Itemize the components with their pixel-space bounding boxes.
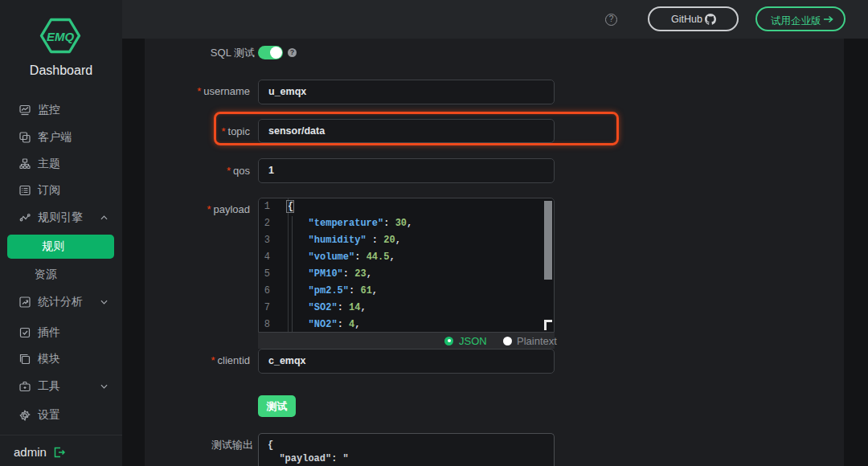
svg-text:EMQ: EMQ xyxy=(47,30,75,43)
